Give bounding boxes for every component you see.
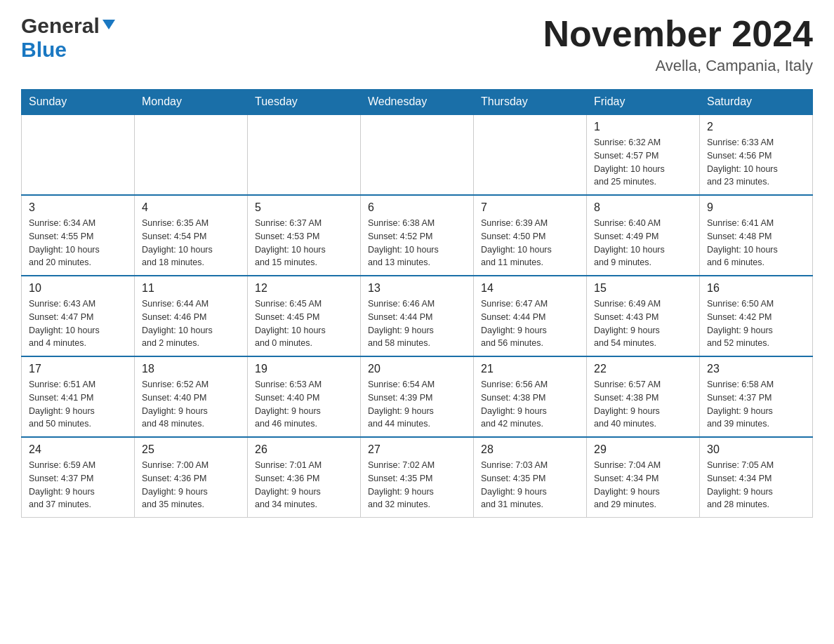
day-info: Sunrise: 6:52 AMSunset: 4:40 PMDaylight:… [142, 378, 240, 431]
days-of-week-row: SundayMondayTuesdayWednesdayThursdayFrid… [22, 90, 813, 115]
logo-arrow-icon [101, 17, 117, 35]
logo-general-text: General [21, 14, 100, 38]
day-info: Sunrise: 6:57 AMSunset: 4:38 PMDaylight:… [594, 378, 692, 431]
day-cell [248, 114, 361, 195]
day-cell [474, 114, 587, 195]
day-info: Sunrise: 6:53 AMSunset: 4:40 PMDaylight:… [255, 378, 353, 431]
day-number: 9 [707, 201, 805, 214]
day-cell [135, 114, 248, 195]
day-number: 15 [594, 282, 692, 295]
day-number: 20 [368, 363, 466, 375]
day-header-saturday: Saturday [700, 90, 813, 115]
day-header-friday: Friday [587, 90, 700, 115]
day-number: 13 [368, 282, 466, 295]
day-cell: 8Sunrise: 6:40 AMSunset: 4:49 PMDaylight… [587, 195, 700, 276]
day-cell: 13Sunrise: 6:46 AMSunset: 4:44 PMDayligh… [361, 276, 474, 356]
day-number: 8 [594, 201, 692, 214]
day-info: Sunrise: 6:39 AMSunset: 4:50 PMDaylight:… [481, 217, 579, 269]
day-info: Sunrise: 6:50 AMSunset: 4:42 PMDaylight:… [707, 297, 805, 350]
day-number: 27 [368, 443, 466, 456]
day-info: Sunrise: 7:03 AMSunset: 4:35 PMDaylight:… [481, 459, 579, 511]
day-cell: 18Sunrise: 6:52 AMSunset: 4:40 PMDayligh… [135, 356, 248, 437]
day-info: Sunrise: 6:51 AMSunset: 4:41 PMDaylight:… [29, 378, 127, 431]
day-cell: 16Sunrise: 6:50 AMSunset: 4:42 PMDayligh… [700, 276, 813, 356]
day-number: 18 [142, 363, 240, 375]
day-cell: 24Sunrise: 6:59 AMSunset: 4:37 PMDayligh… [22, 437, 135, 518]
day-cell: 30Sunrise: 7:05 AMSunset: 4:34 PMDayligh… [700, 437, 813, 518]
day-info: Sunrise: 7:01 AMSunset: 4:36 PMDaylight:… [255, 459, 353, 511]
week-row-5: 24Sunrise: 6:59 AMSunset: 4:37 PMDayligh… [22, 437, 813, 518]
day-cell: 15Sunrise: 6:49 AMSunset: 4:43 PMDayligh… [587, 276, 700, 356]
day-info: Sunrise: 6:37 AMSunset: 4:53 PMDaylight:… [255, 217, 353, 269]
day-cell: 25Sunrise: 7:00 AMSunset: 4:36 PMDayligh… [135, 437, 248, 518]
day-info: Sunrise: 6:46 AMSunset: 4:44 PMDaylight:… [368, 297, 466, 350]
day-cell: 27Sunrise: 7:02 AMSunset: 4:35 PMDayligh… [361, 437, 474, 518]
day-info: Sunrise: 7:05 AMSunset: 4:34 PMDaylight:… [707, 459, 805, 511]
day-number: 26 [255, 443, 353, 456]
day-cell: 28Sunrise: 7:03 AMSunset: 4:35 PMDayligh… [474, 437, 587, 518]
day-header-thursday: Thursday [474, 90, 587, 115]
day-cell: 14Sunrise: 6:47 AMSunset: 4:44 PMDayligh… [474, 276, 587, 356]
day-number: 3 [29, 201, 127, 214]
day-header-tuesday: Tuesday [248, 90, 361, 115]
day-info: Sunrise: 7:00 AMSunset: 4:36 PMDaylight:… [142, 459, 240, 511]
day-cell: 6Sunrise: 6:38 AMSunset: 4:52 PMDaylight… [361, 195, 474, 276]
day-cell: 11Sunrise: 6:44 AMSunset: 4:46 PMDayligh… [135, 276, 248, 356]
day-number: 7 [481, 201, 579, 214]
day-info: Sunrise: 7:02 AMSunset: 4:35 PMDaylight:… [368, 459, 466, 511]
week-row-1: 1Sunrise: 6:32 AMSunset: 4:57 PMDaylight… [22, 114, 813, 195]
day-header-sunday: Sunday [22, 90, 135, 115]
day-cell: 12Sunrise: 6:45 AMSunset: 4:45 PMDayligh… [248, 276, 361, 356]
day-number: 17 [29, 363, 127, 375]
day-number: 12 [255, 282, 353, 295]
day-number: 6 [368, 201, 466, 214]
calendar-table: SundayMondayTuesdayWednesdayThursdayFrid… [21, 89, 813, 518]
day-info: Sunrise: 6:45 AMSunset: 4:45 PMDaylight:… [255, 297, 353, 350]
day-cell: 23Sunrise: 6:58 AMSunset: 4:37 PMDayligh… [700, 356, 813, 437]
week-row-2: 3Sunrise: 6:34 AMSunset: 4:55 PMDaylight… [22, 195, 813, 276]
day-info: Sunrise: 6:33 AMSunset: 4:56 PMDaylight:… [707, 136, 805, 189]
day-cell: 21Sunrise: 6:56 AMSunset: 4:38 PMDayligh… [474, 356, 587, 437]
day-number: 29 [594, 443, 692, 456]
day-header-monday: Monday [135, 90, 248, 115]
day-info: Sunrise: 6:44 AMSunset: 4:46 PMDaylight:… [142, 297, 240, 350]
day-cell: 10Sunrise: 6:43 AMSunset: 4:47 PMDayligh… [22, 276, 135, 356]
day-info: Sunrise: 6:49 AMSunset: 4:43 PMDaylight:… [594, 297, 692, 350]
day-cell: 9Sunrise: 6:41 AMSunset: 4:48 PMDaylight… [700, 195, 813, 276]
day-cell: 17Sunrise: 6:51 AMSunset: 4:41 PMDayligh… [22, 356, 135, 437]
day-cell: 20Sunrise: 6:54 AMSunset: 4:39 PMDayligh… [361, 356, 474, 437]
week-row-4: 17Sunrise: 6:51 AMSunset: 4:41 PMDayligh… [22, 356, 813, 437]
day-info: Sunrise: 6:41 AMSunset: 4:48 PMDaylight:… [707, 217, 805, 269]
day-cell: 2Sunrise: 6:33 AMSunset: 4:56 PMDaylight… [700, 114, 813, 195]
day-number: 25 [142, 443, 240, 456]
day-header-wednesday: Wednesday [361, 90, 474, 115]
day-info: Sunrise: 6:54 AMSunset: 4:39 PMDaylight:… [368, 378, 466, 431]
day-cell: 19Sunrise: 6:53 AMSunset: 4:40 PMDayligh… [248, 356, 361, 437]
day-cell: 1Sunrise: 6:32 AMSunset: 4:57 PMDaylight… [587, 114, 700, 195]
day-info: Sunrise: 6:34 AMSunset: 4:55 PMDaylight:… [29, 217, 127, 269]
day-number: 16 [707, 282, 805, 295]
day-number: 1 [594, 121, 692, 133]
day-number: 14 [481, 282, 579, 295]
day-number: 2 [707, 121, 805, 133]
day-info: Sunrise: 7:04 AMSunset: 4:34 PMDaylight:… [594, 459, 692, 511]
day-info: Sunrise: 6:38 AMSunset: 4:52 PMDaylight:… [368, 217, 466, 269]
day-number: 4 [142, 201, 240, 214]
day-cell: 22Sunrise: 6:57 AMSunset: 4:38 PMDayligh… [587, 356, 700, 437]
month-title: November 2024 [543, 14, 813, 54]
logo-blue-text: Blue [21, 38, 67, 61]
day-info: Sunrise: 6:43 AMSunset: 4:47 PMDaylight:… [29, 297, 127, 350]
day-info: Sunrise: 6:59 AMSunset: 4:37 PMDaylight:… [29, 459, 127, 511]
day-info: Sunrise: 6:40 AMSunset: 4:49 PMDaylight:… [594, 217, 692, 269]
day-cell [361, 114, 474, 195]
header: General Blue November 2024 Avella, Campa… [21, 14, 813, 75]
day-cell: 5Sunrise: 6:37 AMSunset: 4:53 PMDaylight… [248, 195, 361, 276]
day-number: 28 [481, 443, 579, 456]
day-number: 23 [707, 363, 805, 375]
day-cell [22, 114, 135, 195]
day-number: 24 [29, 443, 127, 456]
day-number: 21 [481, 363, 579, 375]
day-cell: 7Sunrise: 6:39 AMSunset: 4:50 PMDaylight… [474, 195, 587, 276]
day-info: Sunrise: 6:58 AMSunset: 4:37 PMDaylight:… [707, 378, 805, 431]
title-area: November 2024 Avella, Campania, Italy [543, 14, 813, 75]
